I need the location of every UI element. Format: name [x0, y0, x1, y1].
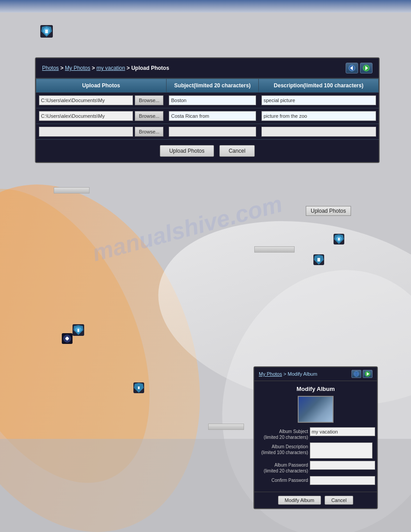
confirm-password-input[interactable] — [310, 476, 375, 485]
standalone-upload-button[interactable]: Upload Photos — [306, 206, 351, 216]
icon-lower-center — [133, 382, 144, 393]
breadcrumb-photos[interactable]: Photos — [42, 65, 59, 71]
icon-lower-left-2 — [62, 333, 73, 344]
small-bar-2 — [254, 246, 295, 253]
album-password-label: Album Password(limited 20 characters) — [259, 461, 308, 474]
svg-rect-25 — [77, 329, 79, 332]
album-subject-input[interactable] — [310, 427, 375, 436]
browse-button-3[interactable]: Browse... — [135, 127, 163, 137]
browse-button-2[interactable]: Browse... — [135, 111, 163, 121]
album-password-input[interactable] — [310, 461, 375, 470]
album-thumbnail — [298, 396, 334, 423]
svg-point-2 — [0, 147, 246, 532]
modify-breadcrumb: My Photos > Modify Album — [259, 371, 317, 377]
svg-rect-10 — [45, 30, 48, 33]
album-desc-label: Album Description(limited 100 characters… — [259, 442, 308, 455]
modify-nav-buttons — [351, 370, 372, 378]
table-row: Browse... — [36, 124, 379, 140]
breadcrumb-my-photos[interactable]: My Photos — [65, 65, 90, 71]
subject-input-1[interactable] — [169, 95, 256, 105]
modify-breadcrumb-my-photos[interactable]: My Photos — [259, 371, 282, 377]
breadcrumb-my-vacation[interactable]: my vacation — [96, 65, 125, 71]
nav-buttons — [346, 63, 372, 73]
svg-rect-29 — [65, 338, 69, 339]
modify-breadcrumb-current: Modify Album — [288, 371, 317, 377]
svg-rect-1 — [0, 0, 411, 13]
album-desc-input[interactable] — [310, 442, 372, 459]
confirm-password-label: Confirm Password — [259, 476, 308, 483]
modify-title: Modify Album — [259, 386, 372, 392]
modify-cancel-button[interactable]: Cancel — [325, 496, 353, 505]
col-header-subject: Subject(limited 20 characters) — [166, 79, 259, 93]
file-input-2[interactable] — [39, 111, 133, 121]
top-left-icon — [40, 25, 53, 38]
modify-dialog-header: My Photos > Modify Album — [254, 367, 377, 381]
desc-input-1[interactable] — [261, 95, 376, 105]
upload-photos-dialog: Photos > My Photos > my vacation > Uploa… — [35, 57, 380, 163]
breadcrumb: Photos > My Photos > my vacation > Uploa… — [42, 65, 169, 71]
modify-footer: Modify Album Cancel — [254, 492, 377, 508]
svg-rect-18 — [338, 238, 340, 240]
subject-input-2[interactable] — [169, 111, 256, 121]
album-password-row: Album Password(limited 20 characters) — [259, 461, 372, 474]
dialog-header: Photos > My Photos > my vacation > Uploa… — [36, 58, 379, 78]
col-header-upload: Upload Photos — [36, 79, 167, 93]
file-cell-1: Browse... — [39, 95, 164, 105]
back-button[interactable] — [346, 63, 358, 73]
modify-album-button[interactable]: Modify Album — [278, 496, 321, 505]
icon-mid-right-2 — [313, 254, 324, 265]
icon-mid-right — [334, 234, 344, 245]
album-subject-row: Album Subject(limited 20 characters) — [259, 427, 372, 440]
modify-forward-button[interactable] — [363, 370, 372, 378]
small-bar-3 — [208, 424, 244, 430]
forward-button[interactable] — [360, 63, 372, 73]
svg-rect-32 — [138, 386, 140, 389]
icon-lower-left-1 — [73, 324, 84, 336]
table-row: Browse... — [36, 93, 379, 108]
table-row: Browse... — [36, 108, 379, 124]
svg-rect-21 — [317, 258, 320, 262]
file-cell-2: Browse... — [39, 111, 164, 121]
file-input-1[interactable] — [39, 95, 133, 105]
desc-input-2[interactable] — [261, 111, 376, 121]
modify-album-dialog: My Photos > Modify Album Modify Album Al… — [253, 366, 378, 509]
browse-button-1[interactable]: Browse... — [135, 95, 163, 105]
cancel-button[interactable]: Cancel — [219, 145, 255, 157]
watermark: manualshive.com — [90, 190, 285, 267]
upload-table: Upload Photos Subject(limited 20 charact… — [36, 78, 379, 140]
modify-body: Modify Album Album Subject(limited 20 ch… — [254, 381, 377, 492]
file-cell-3: Browse... — [39, 127, 164, 137]
col-header-description: Description(limited 100 characters) — [259, 79, 379, 93]
dialog-footer: Upload Photos Cancel — [36, 140, 379, 162]
svg-point-3 — [0, 156, 192, 515]
confirm-password-row: Confirm Password — [259, 476, 372, 485]
album-subject-label: Album Subject(limited 20 characters) — [259, 427, 308, 440]
album-desc-row: Album Description(limited 100 characters… — [259, 442, 372, 459]
small-bar-1 — [54, 187, 90, 193]
breadcrumb-current: Upload Photos — [131, 65, 169, 71]
upload-photos-button[interactable]: Upload Photos — [160, 145, 214, 157]
modify-globe-button[interactable] — [351, 370, 361, 378]
